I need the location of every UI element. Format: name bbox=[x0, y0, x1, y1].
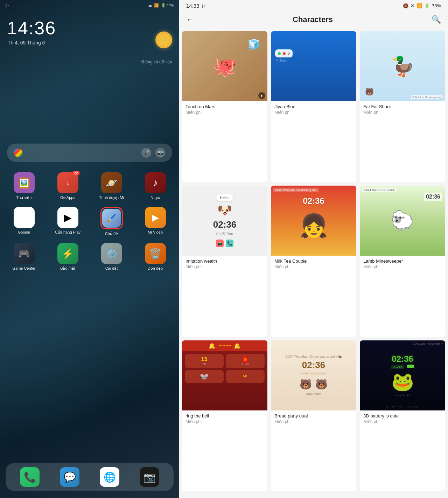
theme-info-fat-shark: Fat Fat Shark Miền phí bbox=[360, 101, 445, 118]
theme-name-milk-tea: Milk Tea Couple bbox=[274, 258, 353, 264]
thumb-touch-mars: 🐙 🧊 ▶ bbox=[182, 31, 267, 101]
theme-card-ring-bell[interactable]: 🔔 〜〜〜 🔔 15 33 🧧 01-25 🐭 bbox=[182, 340, 267, 491]
theme-name-3d-battery: 3D battery is cute bbox=[363, 413, 442, 419]
app-thu-vien[interactable]: 🖼️ Thư viện bbox=[6, 172, 42, 200]
theme-card-3d-battery[interactable]: 01/03 Wed. ● Good night ✦ 02:36 □ 100% 🐸… bbox=[360, 340, 445, 491]
theme-card-touch-mars[interactable]: 🐙 🧊 ▶ Touch on Mars Miền phí bbox=[182, 31, 267, 182]
right-x-icon: ✕ bbox=[411, 3, 414, 8]
dock-phone[interactable]: 📞 bbox=[20, 467, 40, 487]
left-status-icons: ☰ 📶 🔋77% bbox=[148, 3, 174, 8]
lens-icon[interactable]: 📷 bbox=[155, 148, 165, 158]
search-bar[interactable]: 🎤 📷 bbox=[7, 144, 172, 162]
app-security[interactable]: ⚡ Bảo mật bbox=[49, 243, 86, 271]
bread-date-text: 01/04 Thursday - Do not pay secretly 🦦 bbox=[286, 355, 342, 358]
theme-info-milk-tea: Milk Tea Couple Miền phí bbox=[271, 256, 356, 272]
app-mi-video[interactable]: ▶ Mì Video bbox=[137, 207, 174, 236]
jiyan-dot-green bbox=[278, 52, 281, 55]
battery-fill bbox=[407, 365, 414, 368]
app-grid-row2: Google ▶ Cửa hàng Play 🖌️ Chủ đề ▶ Mì Vi… bbox=[6, 207, 174, 236]
left-time: 14:36 bbox=[7, 18, 179, 39]
small-animal-icon: 🐻 bbox=[365, 88, 374, 96]
bread-bear-1: 🐻 bbox=[300, 379, 312, 390]
battery-status-row: □ 100% bbox=[391, 365, 414, 369]
theme-card-fat-shark[interactable]: 🦆 🐻 Belly.fat.fat.life.Wangwang Fat Fat … bbox=[360, 31, 445, 182]
right-battery-icon: 🔋 bbox=[424, 3, 430, 8]
touch-mars-visual: 🐙 🧊 bbox=[182, 31, 267, 101]
app-getapps[interactable]: ↓ 22 GetApps bbox=[49, 172, 86, 200]
security-label: Bảo mật bbox=[60, 266, 75, 271]
browser-icon: 🪐 bbox=[101, 172, 122, 193]
theme-price-touch-mars: Miền phí bbox=[186, 110, 264, 115]
theme-card-bread[interactable]: 01/04 Thursday - Do not pay secretly 🦦 0… bbox=[271, 340, 356, 491]
theme-price-jiyan: Miền phí bbox=[274, 110, 353, 115]
theme-name-ring-bell: ring the bell bbox=[186, 413, 264, 419]
back-button[interactable]: ← bbox=[186, 15, 194, 24]
weather-icon bbox=[155, 32, 172, 48]
bread-bottom-text: JANUARY bbox=[306, 392, 321, 396]
app-play-store[interactable]: ▶ Cửa hàng Play bbox=[49, 207, 86, 236]
dock-chrome[interactable]: 🌐 bbox=[100, 467, 119, 487]
theme-price-ring-bell: Miền phí bbox=[186, 419, 264, 424]
milk-tea-date-badge: 01-02 Wed. Milk Tea drinking cup bbox=[273, 188, 318, 192]
themes-grid: 🐙 🧊 ▶ Touch on Mars Miền phí 0 0 Step bbox=[179, 30, 448, 493]
bell-tassel-left: 🔔 bbox=[209, 343, 216, 349]
bell-tassel-right: 🔔 bbox=[234, 343, 241, 349]
chu-de-icon: 🖌️ bbox=[102, 209, 121, 228]
dock: 📞 💬 🌐 📷 bbox=[6, 463, 174, 491]
app-chu-de[interactable]: 🖌️ Chủ đề bbox=[93, 207, 130, 236]
thumb-fat-shark: 🦆 🐻 Belly.fat.fat.life.Wangwang bbox=[360, 31, 445, 101]
bell-label-1: 33 bbox=[187, 362, 222, 366]
app-browser[interactable]: 🪐 Trình duyệt Mi bbox=[93, 172, 130, 200]
lamb-date-badge: 01/24 Mon ○○○○○ 100% bbox=[362, 188, 397, 192]
chu-de-label: Chủ đề bbox=[105, 231, 118, 236]
app-cleaner[interactable]: 🗑️ Dọn dẹp bbox=[137, 243, 174, 271]
jiyan-dot-red bbox=[283, 52, 286, 55]
jiyan-notif-text: 0 bbox=[288, 51, 290, 55]
right-status-icons: 🔕 ✕ 📶 🔋 78% bbox=[403, 3, 441, 8]
cleaner-label: Dọn dẹp bbox=[148, 266, 163, 271]
right-panel: 14:33 ▷ 🔕 ✕ 📶 🔋 78% ← Characters 🔍 🐙 🧊 bbox=[179, 0, 448, 498]
right-header: ← Characters 🔍 bbox=[179, 12, 448, 30]
theme-name-lamb: Lamb Minesweeper bbox=[363, 258, 442, 264]
right-time-area: 14:33 ▷ bbox=[186, 3, 206, 9]
app-game-center[interactable]: 🎮 Game Center bbox=[6, 243, 42, 271]
fat-shark-watermark: Belly.fat.fat.life.Wangwang bbox=[411, 95, 442, 99]
hello-text: Hello! bbox=[216, 194, 233, 201]
battery-time-display: 02:36 bbox=[392, 354, 413, 364]
theme-card-milk-tea[interactable]: 01-02 Wed. Milk Tea drinking cup 02:36 👧… bbox=[271, 186, 356, 337]
milk-tea-clock: 02:36 bbox=[303, 196, 324, 206]
game-center-icon: 🎮 bbox=[14, 243, 35, 264]
jiyan-notification: 0 bbox=[275, 49, 293, 57]
mars-bg: 🐙 🧊 bbox=[182, 31, 267, 101]
bell-label-2: 01-25 bbox=[228, 363, 262, 366]
theme-card-jiyan-blue[interactable]: 0 0 Step Jiyan Blue Miền phí bbox=[271, 31, 356, 182]
theme-card-lamb[interactable]: 01/24 Mon ○○○○○ 100% 02:36 🐑 Lamb Minesw… bbox=[360, 186, 445, 337]
app-settings[interactable]: ⚙️ Cài đặt bbox=[93, 243, 130, 271]
left-wifi: 📶 bbox=[154, 3, 159, 8]
search-button[interactable]: 🔍 bbox=[432, 15, 441, 24]
thu-vien-icon: 🖼️ bbox=[14, 172, 35, 193]
dock-messages[interactable]: 💬 bbox=[60, 467, 79, 487]
app-music[interactable]: ♪ Nhạc bbox=[137, 172, 174, 200]
theme-price-imitation: Miền phí bbox=[186, 264, 264, 269]
left-panel: ▷ ☰ 📶 🔋77% 14:36 Th 4, 05 Tháng 6 Không … bbox=[0, 0, 179, 498]
lamb-sheep-emoji: 🐑 bbox=[391, 209, 415, 232]
settings-icon: ⚙️ bbox=[101, 243, 122, 264]
google-apps-icon bbox=[14, 207, 35, 228]
theme-name-imitation: Imitation wealth bbox=[186, 258, 264, 264]
app-google[interactable]: Google bbox=[6, 207, 42, 236]
play-store-icon: ▶ bbox=[57, 207, 78, 228]
mic-icon[interactable]: 🎤 bbox=[141, 148, 151, 158]
play-overlay-touch-mars: ▶ bbox=[258, 92, 265, 99]
theme-info-touch-mars: Touch on Mars Miền phí bbox=[182, 101, 267, 118]
bell-widget-grid: 15 33 🧧 01-25 🐭 341 bbox=[182, 351, 267, 386]
bell-red-header: 🔔 〜〜〜 🔔 bbox=[182, 340, 267, 351]
browser-label: Trình duyệt Mi bbox=[99, 195, 124, 200]
play-store-symbol: ▶ bbox=[64, 212, 72, 223]
octopus-toy: 🐙 bbox=[213, 55, 237, 78]
dock-camera[interactable]: 📷 bbox=[140, 467, 159, 487]
getapps-badge: 22 bbox=[72, 171, 79, 175]
thumb-milk-tea: 01-02 Wed. Milk Tea drinking cup 02:36 👧 bbox=[271, 186, 356, 256]
theme-card-imitation[interactable]: Hello! 🐶 02:36 01.25 Thur 📸 📞 Imitation … bbox=[182, 186, 267, 337]
theme-price-3d-battery: Miền phí bbox=[363, 419, 442, 424]
